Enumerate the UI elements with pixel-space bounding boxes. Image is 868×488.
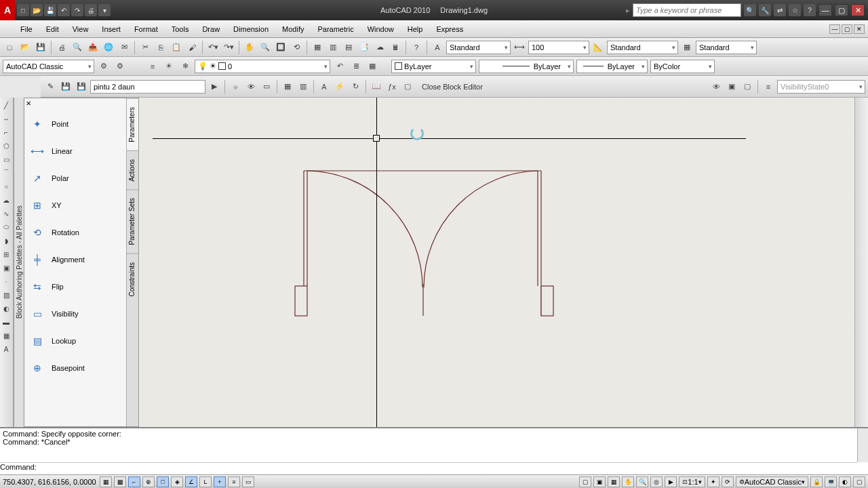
save-icon[interactable]: 💾 <box>44 4 56 16</box>
new-icon[interactable]: □ <box>17 4 29 16</box>
print-icon[interactable]: 🖨 <box>85 4 97 16</box>
tab-actions[interactable]: Actions <box>127 150 138 190</box>
clean-screen-icon[interactable]: ▢ <box>853 476 865 487</box>
layer-match-icon[interactable]: ≣ <box>349 60 363 73</box>
dim-style-icon[interactable]: 📐 <box>591 41 605 54</box>
block-name-input[interactable] <box>90 80 205 94</box>
vis-hide-icon[interactable]: ▢ <box>741 80 754 94</box>
tab-constraints[interactable]: Constraints <box>127 253 138 305</box>
toolbar-lock-icon[interactable]: 🔒 <box>810 476 823 487</box>
palette-flip[interactable]: ⇆Flip <box>24 273 126 300</box>
zoom-prev-btn[interactable]: ⟲ <box>290 41 303 54</box>
palette-visibility[interactable]: ▭Visibility <box>24 300 126 327</box>
command-window[interactable]: Command: Specify opposite corner: Comman… <box>0 427 868 474</box>
coordinate-display[interactable]: 750.4307, 616.6156, 0.0000 <box>3 478 98 486</box>
menu-tools[interactable]: Tools <box>165 22 196 36</box>
polar-toggle[interactable]: ⊕ <box>142 476 155 487</box>
etransmit-btn[interactable]: ✉ <box>117 41 131 54</box>
test-block-icon[interactable]: ▶ <box>208 80 221 94</box>
tab-parameter-sets[interactable]: Parameter Sets <box>127 189 138 253</box>
table-style-icon[interactable]: ▦ <box>680 41 694 54</box>
palette-polar[interactable]: ↗Polar <box>24 165 126 192</box>
ws-save-icon[interactable]: ⚙ <box>113 60 127 73</box>
ellipse-icon[interactable]: ⬭ <box>0 221 12 233</box>
layer-props-icon[interactable]: ≡ <box>146 60 159 73</box>
qat-dropdown-icon[interactable]: ▾ <box>98 4 111 16</box>
doc-restore-button[interactable]: ▢ <box>842 24 852 34</box>
dc-btn[interactable]: ▥ <box>326 41 340 54</box>
zoom-status-icon[interactable]: 🔍 <box>636 476 648 487</box>
isolate-icon[interactable]: ◐ <box>839 476 851 487</box>
ssm-btn[interactable]: 📑 <box>357 41 371 54</box>
learn-icon[interactable]: 📖 <box>370 80 383 94</box>
anno-vis-icon[interactable]: ✦ <box>707 476 719 487</box>
qp-toggle[interactable]: ▭ <box>242 476 254 487</box>
auto-constrain-icon[interactable]: ⟐ <box>229 80 242 94</box>
gradient-icon[interactable]: ◐ <box>0 302 12 314</box>
cmd-prompt[interactable]: Command: <box>0 463 857 471</box>
osnap-toggle[interactable]: □ <box>157 476 169 487</box>
visibility-state-dropdown[interactable]: VisibilityState0 <box>777 80 865 94</box>
arc-icon[interactable]: ⌒ <box>0 167 12 179</box>
ellipse-arc-icon[interactable]: ◗ <box>0 235 12 247</box>
publish-btn[interactable]: 📤 <box>86 41 100 54</box>
pan-btn[interactable]: ✋ <box>243 41 256 54</box>
layer-iso-icon[interactable]: ▦ <box>366 60 379 73</box>
rect-icon[interactable]: ▭ <box>0 153 12 165</box>
binoculars-icon[interactable]: 🔍 <box>744 4 756 16</box>
hardware-accel-icon[interactable]: 💻 <box>825 476 837 487</box>
menu-file[interactable]: File <box>14 22 39 36</box>
open-btn[interactable]: 📂 <box>18 41 32 54</box>
new-btn[interactable]: □ <box>3 41 16 54</box>
snap-toggle[interactable]: ▦ <box>100 476 112 487</box>
text-style-icon[interactable]: A <box>431 41 444 54</box>
layer-state-icon[interactable]: ☀ <box>162 60 176 73</box>
help-icon[interactable]: ? <box>804 4 816 16</box>
dim-icon[interactable]: ⟷ <box>513 41 526 54</box>
palette-alignment[interactable]: ╪Alignment <box>24 246 126 273</box>
3ddwf-btn[interactable]: 🌐 <box>102 41 115 54</box>
layer-prev-icon[interactable]: ↶ <box>333 60 347 73</box>
point-icon[interactable]: · <box>0 275 12 287</box>
save-btn[interactable]: 💾 <box>34 41 47 54</box>
make-block-icon[interactable]: ▣ <box>0 262 12 274</box>
zoom-rt-btn[interactable]: 🔍 <box>258 41 272 54</box>
menu-dimension[interactable]: Dimension <box>226 22 275 36</box>
layer-freeze-icon[interactable]: ❄ <box>178 60 192 73</box>
dim-style-dropdown[interactable]: Standard <box>607 41 678 54</box>
maximize-button[interactable]: ▢ <box>835 4 848 16</box>
ortho-toggle[interactable]: ⌐ <box>128 476 140 487</box>
plot-btn[interactable]: 🖨 <box>55 41 68 54</box>
polygon-icon[interactable]: ⬠ <box>0 140 12 152</box>
table-style-dropdown[interactable]: Standard <box>696 41 757 54</box>
menu-draw[interactable]: Draw <box>195 22 226 36</box>
help-btn[interactable]: ? <box>410 41 423 54</box>
circle-icon[interactable]: ○ <box>0 180 12 192</box>
palette-close-icon[interactable]: ✕ <box>26 100 34 108</box>
wheel-status-icon[interactable]: ◎ <box>650 476 663 487</box>
star-icon[interactable]: ☆ <box>789 4 801 16</box>
vis-toggle-icon[interactable]: 👁 <box>709 80 723 94</box>
update-icon[interactable]: ↻ <box>349 80 362 94</box>
saveas-block-icon[interactable]: 💾 <box>75 80 88 94</box>
anno-auto-icon[interactable]: ⟳ <box>722 476 734 487</box>
block-table-icon[interactable]: ▥ <box>296 80 310 94</box>
drawing-canvas[interactable]: X <box>139 98 868 427</box>
quickview-layouts-btn[interactable]: ▣ <box>593 476 606 487</box>
xline-icon[interactable]: ↔ <box>0 113 12 125</box>
lineweight-dropdown[interactable]: ByLayer <box>576 60 648 73</box>
palette-xy[interactable]: ⊞XY <box>24 192 126 219</box>
open-icon[interactable]: 📂 <box>31 4 43 16</box>
tool-palette-btn[interactable]: ▤ <box>342 41 355 54</box>
mtext-icon[interactable]: A <box>0 343 12 355</box>
tab-parameters[interactable]: Parameters <box>127 98 138 150</box>
zoom-win-btn[interactable]: 🔲 <box>274 41 288 54</box>
otrack-toggle[interactable]: ∠ <box>185 476 197 487</box>
show-hide-icon[interactable]: 👁 <box>244 80 258 94</box>
undo-icon[interactable]: ↶ <box>58 4 70 16</box>
app-menu-button[interactable]: A <box>0 0 15 20</box>
qcalc-btn[interactable]: 🖩 <box>389 41 402 54</box>
spline-icon[interactable]: ∿ <box>0 207 12 220</box>
linetype-dropdown[interactable]: ByLayer <box>479 60 574 73</box>
vis-states-icon[interactable]: ≡ <box>762 80 775 94</box>
